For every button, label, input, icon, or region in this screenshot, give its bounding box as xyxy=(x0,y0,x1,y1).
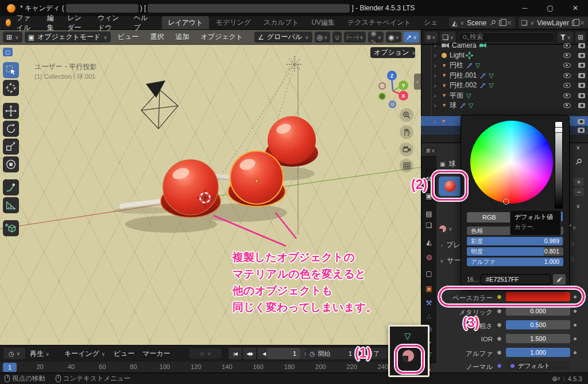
sidebar-collapse-tab[interactable]: ‹ xyxy=(414,74,421,90)
menu-playback[interactable]: 再生 ∨ xyxy=(30,349,49,359)
menu-marker[interactable]: マーカー xyxy=(142,349,171,359)
workspace-tab-UV編集[interactable]: UV編集 xyxy=(305,16,341,29)
light-wireframe[interactable] xyxy=(141,80,178,129)
expand-icon[interactable]: › xyxy=(434,62,439,69)
camera-restrict-icon[interactable] xyxy=(578,103,585,108)
keyframe-dot-icon[interactable] xyxy=(574,351,577,354)
menu-select[interactable]: 選択 xyxy=(145,32,168,42)
camera-view-control[interactable] xyxy=(400,143,413,156)
blender-menu-icon[interactable] xyxy=(6,19,11,26)
tool-annotate-button[interactable] xyxy=(3,179,19,195)
expand-icon[interactable]: › xyxy=(434,92,439,99)
camera-restrict-icon[interactable] xyxy=(578,43,585,48)
menu-edit[interactable]: 編集 xyxy=(42,13,62,33)
rgb-tab[interactable]: RGB xyxy=(467,212,512,222)
metallic-slider[interactable]: 0.000 xyxy=(506,306,570,316)
expand-icon[interactable]: › xyxy=(434,82,439,89)
eye-icon[interactable] xyxy=(563,43,571,48)
eyedropper-button[interactable] xyxy=(553,274,566,285)
expand-icon[interactable]: › xyxy=(434,72,439,79)
menu-object[interactable]: オブジェクト xyxy=(196,32,247,42)
color-wheel[interactable] xyxy=(470,121,553,203)
snap-settings-dropdown[interactable]: ⊢⊣∨ xyxy=(344,32,366,43)
axis-x-ball[interactable]: X xyxy=(399,91,408,101)
expand-icon[interactable]: › xyxy=(434,52,439,59)
expand-icon[interactable]: › xyxy=(434,42,439,49)
keyframe-dot-icon[interactable] xyxy=(574,310,577,313)
menu-window[interactable]: ウィンドウ xyxy=(92,13,128,33)
minimize-button[interactable]: ─ xyxy=(512,0,537,16)
camera-restrict-icon[interactable] xyxy=(578,93,585,98)
properties-tab-modifier[interactable]: ⚒ xyxy=(421,297,436,309)
panel-preview-header[interactable]: ›プレ xyxy=(441,240,461,250)
properties-tab-world[interactable]: ◍ xyxy=(421,251,436,263)
eye-icon[interactable] xyxy=(563,103,571,108)
visibility-dropdown[interactable]: ◉∨ xyxy=(386,32,401,43)
tool-select-box-button[interactable] xyxy=(3,62,19,78)
proportional-edit-group[interactable]: ◉ ∿∨ xyxy=(368,32,384,43)
panel-surface-header[interactable]: ∨サー xyxy=(440,256,461,266)
pan-control[interactable] xyxy=(400,125,413,139)
workspace-tab-スカルプト[interactable]: スカルプト xyxy=(258,16,304,29)
normal-dropdown[interactable]: デフォルト xyxy=(506,361,570,370)
material-datablock-dropdown[interactable]: ∨ xyxy=(439,225,452,233)
tool-cursor-button[interactable] xyxy=(3,80,19,96)
menu-view-timeline[interactable]: ビュー xyxy=(114,349,135,359)
menu-file[interactable]: ファイル xyxy=(11,13,41,33)
properties-tab-particles[interactable]: ∴ xyxy=(421,310,436,323)
zoom-control[interactable] xyxy=(400,108,413,122)
menu-view[interactable]: ビュー xyxy=(113,32,144,42)
keyframe-dot-icon[interactable] xyxy=(574,324,577,327)
close-button[interactable]: ✕ xyxy=(563,0,588,16)
editor-type-button[interactable]: ⊞∨ xyxy=(3,32,22,43)
select-intersect-icon[interactable]: ∿ xyxy=(36,48,45,56)
properties-tab-output[interactable]: ▤ xyxy=(421,208,436,220)
select-extend-icon[interactable]: ❏ xyxy=(14,48,24,56)
properties-editor-button[interactable]: ≡∨ xyxy=(424,145,438,156)
workspace-tab-レイアウト[interactable]: レイアウト xyxy=(162,16,208,29)
copy-icon[interactable] xyxy=(572,20,577,26)
tool-add-cube-button[interactable] xyxy=(3,220,19,236)
current-frame-badge[interactable]: 1 xyxy=(3,363,17,372)
workspace-tab-シェ[interactable]: シェ xyxy=(418,16,444,29)
alpha-slider[interactable]: 1.000 xyxy=(506,348,570,357)
eye-icon[interactable] xyxy=(563,53,571,58)
select-subtract-icon[interactable]: ◯ xyxy=(25,48,34,56)
axis-y-ball[interactable]: Y xyxy=(399,80,408,90)
pin-icon[interactable] xyxy=(575,158,582,166)
mode-dropdown[interactable]: ▣オブジェクトモード∨ xyxy=(25,32,111,43)
navigation-gizmo[interactable]: Z Y X xyxy=(372,64,413,106)
outliner-row-平面[interactable]: ›▼平面▽ xyxy=(421,90,588,101)
slot-specials-chevron-icon[interactable]: ∨ xyxy=(576,203,580,209)
add-slot-button[interactable]: + xyxy=(574,178,584,186)
outliner-row-Light[interactable]: ›Light xyxy=(421,50,588,60)
color-wheel-cursor[interactable] xyxy=(503,198,509,205)
ior-slider[interactable]: 1.500 xyxy=(506,334,570,343)
tool-scale-button[interactable] xyxy=(3,139,19,155)
panel-options-chevron-icon[interactable]: ∨ xyxy=(576,144,580,151)
axis-z-neg-ball[interactable] xyxy=(389,101,396,108)
camera-restrict-icon[interactable] xyxy=(578,73,585,78)
tool-transform-button[interactable] xyxy=(3,156,19,172)
value-slider-handle[interactable] xyxy=(555,127,563,133)
autokey-toggle[interactable]: ○∨ xyxy=(189,348,222,359)
expand-icon[interactable]: › xyxy=(434,102,439,109)
properties-tab-object[interactable]: ▣ xyxy=(421,282,436,295)
camera-restrict-icon[interactable] xyxy=(578,63,585,68)
camera-restrict-icon[interactable] xyxy=(578,128,585,133)
viewport-3d[interactable]: ⊞∨ ▣オブジェクトモード∨ ビュー 選択 追加 オブジェクト ∠グローバル∨ … xyxy=(0,30,421,345)
timeline-editor-button[interactable]: ◷∨ xyxy=(3,348,25,359)
timeline-ruler[interactable]: 1 20406080100120140160180200220240 xyxy=(0,361,421,373)
ortho-grid-control[interactable] xyxy=(400,159,413,172)
snap-magnet-toggle[interactable]: ∪ xyxy=(332,32,342,43)
current-frame-field[interactable]: 1 xyxy=(267,348,300,359)
value-slider[interactable] xyxy=(555,121,563,209)
keyframe-dot-icon[interactable] xyxy=(574,337,577,340)
viewlayer-selector[interactable]: ❏∨ ViewLayer ✕ xyxy=(519,17,588,28)
frame-start-field[interactable]: ◷開始1 xyxy=(305,348,356,359)
menu-add[interactable]: 追加 xyxy=(171,32,194,42)
tool-move-button[interactable] xyxy=(3,103,19,119)
pin-icon[interactable] xyxy=(490,20,496,26)
workspace-tab-テクスチャペイント[interactable]: テクスチャペイント xyxy=(342,16,417,29)
outliner-row-Camera[interactable]: ›Camera xyxy=(421,40,588,51)
